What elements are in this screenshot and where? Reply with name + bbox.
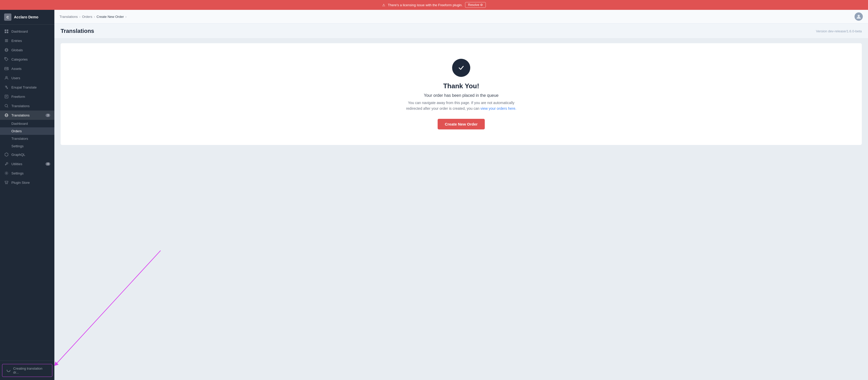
- sidebar-item-label: Enupal Translate: [11, 86, 37, 89]
- sidebar-item-globals[interactable]: Globals: [0, 45, 54, 55]
- globe2-icon: [4, 113, 9, 118]
- gear-icon: [4, 171, 9, 176]
- sidebar-item-enupal-translate[interactable]: Enupal Translate: [0, 83, 54, 92]
- user-icon: [4, 75, 9, 80]
- svg-point-22: [6, 173, 7, 174]
- breadcrumb-current: Create New Order: [97, 15, 124, 19]
- alert-bar: ⚠ There's a licensing issue with the Fre…: [0, 0, 868, 10]
- sidebar-item-label: Categories: [11, 58, 28, 61]
- sidebar-item-seomatic[interactable]: Translations: [0, 101, 54, 110]
- sidebar-item-freeform[interactable]: Freeform: [0, 92, 54, 101]
- sidebar-status-item[interactable]: Creating translation dr...: [2, 364, 52, 377]
- svg-point-17: [5, 104, 7, 107]
- svg-point-25: [7, 369, 10, 372]
- svg-point-24: [7, 184, 7, 184]
- sidebar-item-dashboard[interactable]: Dashboard: [0, 27, 54, 36]
- breadcrumb-orders[interactable]: Orders: [82, 15, 92, 19]
- page-title: Translations: [61, 28, 94, 34]
- top-bar: Translations › Orders › Create New Order…: [54, 10, 868, 24]
- svg-rect-3: [7, 32, 8, 33]
- grid-icon: [4, 29, 9, 34]
- sidebar-sub-item-translations-dashboard[interactable]: Dashboard: [0, 120, 54, 127]
- view-orders-link[interactable]: view your orders here.: [480, 106, 516, 110]
- image-icon: [4, 66, 9, 71]
- sidebar-item-label: Dashboard: [11, 30, 28, 33]
- success-description: You can navigate away from this page. If…: [406, 100, 516, 112]
- wrench-icon: [4, 161, 9, 166]
- translate-icon: [4, 85, 9, 90]
- sidebar-item-label: Entries: [11, 39, 22, 43]
- svg-point-23: [6, 184, 6, 184]
- alert-message: There's a licensing issue with the Freef…: [388, 3, 463, 7]
- breadcrumb-sep-2: ›: [94, 15, 95, 19]
- svg-point-26: [858, 15, 860, 17]
- sidebar-bottom: Creating translation dr...: [0, 360, 54, 380]
- svg-rect-0: [5, 30, 6, 31]
- sidebar-item-label: Globals: [11, 48, 23, 52]
- sidebar-item-entries[interactable]: Entries: [0, 36, 54, 45]
- seo-icon: [4, 103, 9, 108]
- sidebar-header: C Acclaro Demo: [0, 10, 54, 25]
- svg-rect-4: [5, 39, 8, 40]
- version-label: Version dev-release/1.6.0-beta: [816, 29, 862, 33]
- graphql-icon: [4, 152, 9, 157]
- spinner-icon: [6, 368, 11, 373]
- sidebar-item-label: Settings: [11, 171, 24, 175]
- tag-icon: [4, 57, 9, 62]
- sidebar-item-label: Utilities: [11, 162, 22, 166]
- check-circle-icon: [452, 59, 470, 77]
- sidebar-nav: Dashboard Entries Globals: [0, 25, 54, 360]
- sidebar-item-users[interactable]: Users: [0, 73, 54, 83]
- sidebar-item-label: Plugin Store: [11, 181, 30, 185]
- list-icon: [4, 38, 9, 43]
- success-title: Thank You!: [443, 82, 479, 90]
- utilities-badge: 4: [45, 162, 50, 166]
- svg-rect-6: [5, 41, 8, 42]
- svg-rect-2: [5, 32, 6, 33]
- sidebar-sub-item-orders[interactable]: Orders: [0, 127, 54, 135]
- success-subtitle: Your order has been placed in the queue: [424, 93, 499, 98]
- warning-icon: ⚠: [382, 3, 385, 7]
- globe-icon: [4, 48, 9, 52]
- sidebar-item-utilities[interactable]: Utilities 4: [0, 159, 54, 168]
- sidebar-item-label: Assets: [11, 67, 22, 71]
- svg-point-10: [5, 58, 6, 59]
- svg-rect-1: [7, 30, 8, 31]
- app-logo: C: [4, 13, 11, 21]
- app-name: Acclaro Demo: [14, 15, 38, 19]
- sidebar-item-settings[interactable]: Settings: [0, 168, 54, 178]
- status-label: Creating translation dr...: [13, 367, 48, 374]
- success-card: Thank You! Your order has been placed in…: [61, 43, 862, 145]
- sidebar-item-label: Freeform: [11, 95, 25, 99]
- create-new-order-button[interactable]: Create New Order: [438, 119, 485, 129]
- form-icon: [4, 94, 9, 99]
- svg-point-12: [7, 68, 8, 69]
- sidebar-item-plugin-store[interactable]: Plugin Store: [0, 178, 54, 187]
- svg-rect-5: [5, 40, 8, 41]
- svg-point-13: [6, 76, 7, 78]
- svg-rect-14: [5, 95, 8, 98]
- sidebar-item-assets[interactable]: Assets: [0, 64, 54, 73]
- sidebar-item-graphql[interactable]: GraphQL: [0, 150, 54, 159]
- app-layout: C Acclaro Demo Dashboard Entries: [0, 10, 868, 380]
- breadcrumb-sep-1: ›: [79, 15, 80, 19]
- breadcrumb: Translations › Orders › Create New Order…: [60, 15, 127, 19]
- main-content: Translations › Orders › Create New Order…: [54, 10, 868, 380]
- store-icon: [4, 180, 9, 185]
- sidebar-sub-item-translators[interactable]: Translators: [0, 135, 54, 142]
- breadcrumb-translations[interactable]: Translations: [60, 15, 78, 19]
- page-body: Thank You! Your order has been placed in…: [54, 38, 868, 380]
- sidebar-item-label: Translations: [11, 114, 30, 117]
- sidebar-sub-item-translations-settings[interactable]: Settings: [0, 142, 54, 150]
- sidebar-item-translations[interactable]: Translations 3: [0, 110, 54, 120]
- resolve-button[interactable]: Resolve ⚙: [465, 2, 486, 8]
- sidebar: C Acclaro Demo Dashboard Entries: [0, 10, 54, 380]
- sidebar-item-label: GraphQL: [11, 153, 25, 157]
- svg-marker-21: [5, 153, 8, 156]
- page-header: Translations Version dev-release/1.6.0-b…: [54, 24, 868, 38]
- translations-badge: 3: [45, 114, 50, 117]
- sidebar-item-label: Users: [11, 76, 20, 80]
- sidebar-item-label: Translations: [11, 104, 30, 108]
- sidebar-item-categories[interactable]: Categories: [0, 55, 54, 64]
- user-avatar[interactable]: [855, 12, 863, 21]
